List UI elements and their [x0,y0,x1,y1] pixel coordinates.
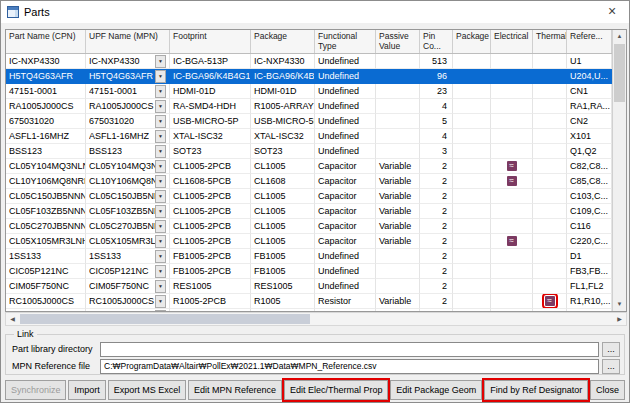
cell-footprint[interactable]: RES1005 [170,279,251,294]
cell-cpn[interactable]: 675031020 [6,114,86,129]
mpn-dropdown-arrow-icon[interactable]: ▼ [155,115,166,128]
cell-electrical[interactable]: ≈ [491,174,533,189]
cell-electrical[interactable] [491,54,533,69]
cell-ftype[interactable]: Capacitor [315,159,376,174]
cell-footprint[interactable]: CL1005-2PCB [170,159,251,174]
cell-thermal[interactable] [533,219,567,234]
cell-thermal[interactable] [533,249,567,264]
cell-ref[interactable]: C109,C... [567,204,612,219]
cell-mpn[interactable]: BSS123▼ [86,144,170,159]
cell-footprint[interactable]: USB-MICRO-5P [170,114,251,129]
cell-ref[interactable]: CN1 [567,84,612,99]
import-button[interactable]: Import [68,380,105,400]
cell-thermal[interactable] [533,159,567,174]
cell-pvalue[interactable] [376,69,420,84]
cell-pvalue[interactable]: Variable [376,189,420,204]
cell-cpn[interactable]: RC1005J000CS [6,294,86,309]
edit-package-geom-button[interactable]: Edit Package Geom [390,380,482,400]
cell-cpn[interactable]: ASFL1-16MHZ [6,129,86,144]
cell-ftype[interactable]: Capacitor [315,189,376,204]
cell-package[interactable]: SOT23 [251,144,315,159]
cell-pkg2[interactable] [453,99,491,114]
cell-pvalue[interactable] [376,249,420,264]
cell-footprint[interactable]: HDMI-01D [170,84,251,99]
cell-ftype[interactable]: Capacitor [315,174,376,189]
cell-electrical[interactable] [491,69,533,84]
cell-ftype[interactable]: Undefined [315,54,376,69]
cell-electrical[interactable] [491,84,533,99]
table-row[interactable]: 47151-000147151-0001▼HDMI-01DHDMI-01DUnd… [6,84,612,99]
cell-package[interactable]: USB-MICRO-5P [251,114,315,129]
cell-cpn[interactable]: BSS123 [6,144,86,159]
cell-ftype[interactable]: Undefined [315,264,376,279]
cell-pkg2[interactable] [453,114,491,129]
cell-pvalue[interactable] [376,114,420,129]
table-row[interactable]: BSS123BSS123▼SOT23SOT23Undefined3Q1,Q2 [6,144,612,159]
cell-ref[interactable]: U1 [567,54,612,69]
cell-cpn[interactable]: CIM05F750NC [6,279,86,294]
cell-ftype[interactable]: Undefined [315,69,376,84]
cell-pins[interactable]: 2 [420,264,453,279]
cell-mpn[interactable]: CL05C150JB5NNNC▼ [86,189,170,204]
cell-pvalue[interactable] [376,129,420,144]
column-header-ref[interactable]: Refere... [567,30,612,53]
cell-pkg2[interactable] [453,159,491,174]
electrical-model-icon[interactable]: ≈ [507,236,517,246]
cell-thermal[interactable]: ≈ [533,294,567,309]
column-header-pvalue[interactable]: Passive Value [376,30,420,53]
mpn-reference-browse-button[interactable]: ... [602,359,620,374]
mpn-dropdown-arrow-icon[interactable]: ▼ [155,145,166,158]
mpn-dropdown-arrow-icon[interactable]: ▼ [155,280,166,293]
cell-pkg2[interactable] [453,129,491,144]
mpn-dropdown-arrow-icon[interactable]: ▼ [155,55,166,68]
table-row[interactable]: CL05C270JB5NNNCCL05C270JB5NNNC▼CL1005-2P… [6,219,612,234]
column-header-pkg2[interactable]: Package [453,30,491,53]
close-icon[interactable]: × [597,1,627,23]
cell-pvalue[interactable]: Variable [376,294,420,309]
mpn-dropdown-arrow-icon[interactable]: ▼ [155,265,166,278]
vertical-scrollbar-thumb[interactable] [614,44,625,102]
cell-thermal[interactable] [533,174,567,189]
cell-pvalue[interactable] [376,279,420,294]
table-row[interactable]: CIM05F750NCCIM05F750NC▼RES1005RES1005Und… [6,279,612,294]
column-header-electrical[interactable]: Electrical [491,30,533,53]
cell-electrical[interactable]: ≈ [491,159,533,174]
cell-ftype[interactable]: Undefined [315,279,376,294]
cell-mpn[interactable]: 1SS133▼ [86,249,170,264]
cell-pvalue[interactable]: Variable [376,174,420,189]
cell-electrical[interactable] [491,264,533,279]
cell-cpn[interactable]: CL10Y106MQ8NRNC [6,174,86,189]
table-row[interactable]: CL05X105MR3LNHHCL05X105MR3LNHH▼CL1005-2P… [6,234,612,249]
column-header-thermal[interactable]: Thermal [533,30,567,53]
cell-electrical[interactable] [491,129,533,144]
cell-pkg2[interactable] [453,189,491,204]
cell-pins[interactable]: 2 [420,174,453,189]
cell-electrical[interactable]: ≈ [491,234,533,249]
cell-ref[interactable]: X101 [567,129,612,144]
cell-pins[interactable]: 2 [420,159,453,174]
column-header-footprint[interactable]: Footprint [170,30,251,53]
cell-cpn[interactable]: 1SS133 [6,249,86,264]
cell-pkg2[interactable] [453,219,491,234]
cell-package[interactable]: CL1608 [251,174,315,189]
table-row[interactable]: CL05F103ZB5NNNCCL05F103ZB5NNNC▼CL1005-2P… [6,204,612,219]
cell-pkg2[interactable] [453,144,491,159]
cell-footprint[interactable]: CL1608-5PCB [170,174,251,189]
mpn-dropdown-arrow-icon[interactable]: ▼ [155,85,166,98]
cell-pvalue[interactable] [376,99,420,114]
cell-cpn[interactable]: CL05C270JB5NNNC [6,219,86,234]
cell-pvalue[interactable]: Variable [376,204,420,219]
cell-mpn[interactable]: CL05F103ZB5NNNC▼ [86,204,170,219]
cell-thermal[interactable] [533,189,567,204]
cell-footprint[interactable]: R1005-2PCB [170,294,251,309]
cell-pins[interactable]: 513 [420,54,453,69]
cell-cpn[interactable]: RA1005J000CS [6,99,86,114]
column-header-cpn[interactable]: Part Name (CPN) [6,30,86,53]
cell-package[interactable]: R1005-ARRAY [251,99,315,114]
cell-pkg2[interactable] [453,249,491,264]
cell-mpn[interactable]: CL05X105MR3LNHH▼ [86,234,170,249]
cell-pins[interactable]: 2 [420,294,453,309]
cell-package[interactable]: RES1005 [251,279,315,294]
cell-electrical[interactable] [491,294,533,309]
cell-thermal[interactable] [533,234,567,249]
